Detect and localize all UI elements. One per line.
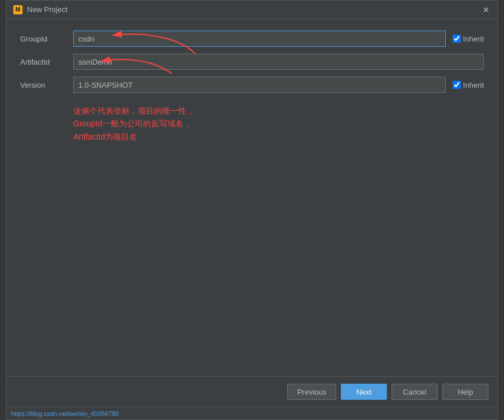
dialog-title: New Project — [27, 5, 67, 14]
groupid-inherit-checkbox[interactable] — [453, 35, 461, 43]
groupid-inherit-label: Inherit — [463, 35, 484, 43]
dialog-icon: M — [13, 5, 22, 14]
previous-button[interactable]: Previous — [287, 384, 336, 400]
help-button[interactable]: Help — [442, 384, 488, 400]
version-input[interactable] — [73, 77, 446, 93]
close-button[interactable]: ✕ — [482, 5, 491, 14]
version-label: Version — [20, 81, 66, 89]
next-button[interactable]: Next — [341, 384, 387, 400]
groupid-label: GroupId — [20, 35, 66, 43]
groupid-input[interactable] — [73, 31, 446, 47]
artifactid-label: ArtifactId — [20, 58, 66, 66]
version-inherit-label: Inherit — [463, 81, 484, 89]
annotation-line3: ArtifactId为项目名 — [73, 130, 484, 143]
cancel-button[interactable]: Cancel — [392, 384, 438, 400]
artifactid-input[interactable] — [73, 54, 484, 70]
annotation-line1: 这俩个代表坐标，项目的唯一性， — [73, 104, 484, 117]
annotation-area: 这俩个代表坐标，项目的唯一性， GroupId一般为公司的反写域名， Artif… — [20, 104, 484, 143]
status-url: https://blog.csdn.net/weixin_45056780 — [11, 410, 119, 417]
annotation-line2: GroupId一般为公司的反写域名， — [73, 117, 484, 130]
version-inherit-checkbox[interactable] — [453, 81, 461, 89]
